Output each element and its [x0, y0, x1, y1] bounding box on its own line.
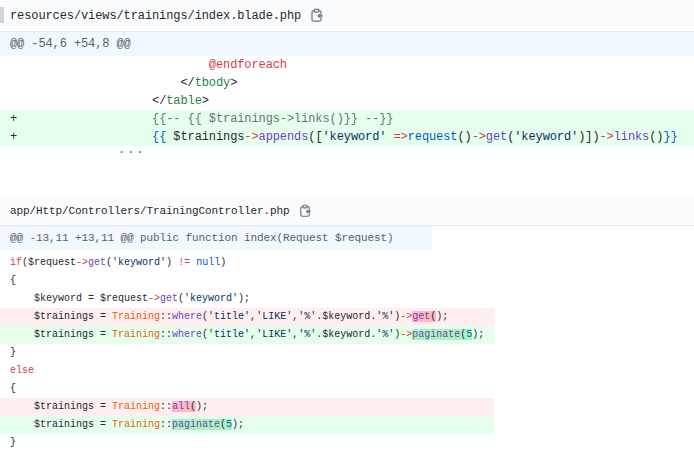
code-token: get: [412, 311, 430, 322]
diff-line-context: @endforeach: [0, 56, 694, 74]
code-token: ): [166, 257, 178, 268]
diff-line-marker: [0, 74, 10, 92]
diff-line-context: $keyword = $request->get('keyword');: [0, 290, 494, 308]
code-token: $trainings =: [10, 311, 112, 322]
code-token: get: [160, 293, 178, 304]
code-token: table: [166, 94, 202, 108]
code-token: </: [152, 94, 166, 108]
code-token: );: [472, 329, 484, 340]
code-token: ->: [148, 293, 160, 304]
code-token: >: [230, 76, 237, 90]
code-token: ): [220, 257, 226, 268]
code-token: 'title': [208, 329, 250, 340]
file-diff-controller: app/Http/Controllers/TrainingController.…: [0, 196, 694, 452]
file-diff-blade: resources/views/trainings/index.blade.ph…: [0, 0, 694, 160]
code-token: );: [232, 419, 244, 430]
code-token: $keyword = $request: [10, 293, 148, 304]
code-token: get: [486, 130, 507, 144]
code-token: @endforeach: [209, 58, 287, 72]
code-token: else: [10, 365, 34, 376]
code-token: ->: [76, 257, 88, 268]
code-token: }}: [663, 130, 677, 144]
diff-line-context: else: [0, 362, 494, 380]
diff-line-marker: +: [0, 110, 10, 128]
code-token: $trainings =: [10, 401, 112, 412]
diff-line-add: + {{-- {{ $trainings->links()}} --}}: [0, 110, 694, 128]
file-path: app/Http/Controllers/TrainingController.…: [10, 205, 290, 217]
diff-line-context: if($request->get('keyword') != null): [0, 254, 494, 272]
code-token: (): [649, 130, 663, 144]
code-token: }: [10, 347, 16, 358]
code-token: [10, 112, 152, 126]
code-token: 'keyword': [112, 257, 166, 268]
code-token: appends: [259, 130, 309, 144]
diff-line-marker: +: [0, 128, 10, 146]
code-token: paginate: [412, 329, 460, 340]
diff-line-context: </table>: [0, 92, 694, 110]
code-token: {{-- {{ $trainings->links()}} --}}: [152, 112, 393, 126]
file-path: resources/views/trainings/index.blade.ph…: [10, 9, 301, 23]
code-token: if: [10, 257, 22, 268]
code-token: '%': [298, 311, 316, 322]
hunk-header: @@ -54,6 +54,8 @@: [0, 32, 694, 56]
code-token: =>: [394, 130, 408, 144]
diff-code-controller: if($request->get('keyword') != null){ $k…: [0, 254, 694, 452]
code-token: ->: [244, 130, 258, 144]
code-token: ->: [600, 130, 614, 144]
section-gap: [0, 160, 694, 196]
code-token: (): [457, 130, 471, 144]
copy-path-icon[interactable]: [309, 8, 324, 23]
file-header: app/Http/Controllers/TrainingController.…: [0, 196, 694, 226]
diff-line-context: }: [0, 434, 494, 452]
code-token: $trainings =: [10, 419, 112, 430]
code-token: all: [172, 401, 190, 412]
file-header: resources/views/trainings/index.blade.ph…: [0, 0, 694, 32]
code-token: 'LIKE': [256, 311, 292, 322]
code-token: [10, 94, 152, 108]
code-token: .$keyword.: [316, 329, 376, 340]
diff-truncation-ellipsis: ...: [0, 146, 694, 160]
code-token: 'keyword': [184, 293, 238, 304]
code-token: paginate: [172, 419, 220, 430]
code-token: 'title': [208, 311, 250, 322]
diff-line-context: </tbody>: [0, 74, 694, 92]
code-token: ::: [160, 401, 172, 412]
code-token: ::: [160, 311, 172, 322]
code-token: ::: [160, 419, 172, 430]
code-token: [10, 76, 180, 90]
diff-line-del: $trainings = Training::all();: [0, 398, 494, 416]
diff-line-marker: [0, 92, 10, 110]
code-token: [10, 58, 209, 72]
code-token: [386, 130, 393, 144]
diff-line-del: $trainings = Training::where('title','LI…: [0, 308, 494, 326]
code-token: $trainings: [166, 130, 244, 144]
code-token: }: [10, 437, 16, 448]
header-accent-bar: [0, 7, 4, 23]
code-token: request: [408, 130, 458, 144]
diff-line-context: }: [0, 344, 494, 362]
code-token: Training: [112, 419, 160, 430]
diff-line-context: {: [0, 380, 494, 398]
code-token: '%': [298, 329, 316, 340]
code-token: );: [196, 401, 208, 412]
code-token: where: [172, 329, 202, 340]
code-token: ->: [400, 311, 412, 322]
code-token: );: [238, 293, 250, 304]
code-token: $request: [28, 257, 76, 268]
code-token: {: [10, 383, 16, 394]
copy-path-icon[interactable]: [298, 204, 312, 218]
code-token: '%': [376, 311, 394, 322]
code-token: where: [172, 311, 202, 322]
code-token: get: [88, 257, 106, 268]
diff-line-add: $trainings = Training::paginate(5);: [0, 416, 494, 434]
code-token: Training: [112, 401, 160, 412]
code-token: Training: [112, 311, 160, 322]
code-token: 'LIKE': [256, 329, 292, 340]
code-token: ::: [160, 329, 172, 340]
diff-line-context: {: [0, 272, 494, 290]
code-token: $trainings =: [10, 329, 112, 340]
code-token: 'keyword': [514, 130, 578, 144]
diff-line-add: $trainings = Training::where('title','LI…: [0, 326, 494, 344]
code-token: links: [614, 130, 650, 144]
code-token: </: [180, 76, 194, 90]
